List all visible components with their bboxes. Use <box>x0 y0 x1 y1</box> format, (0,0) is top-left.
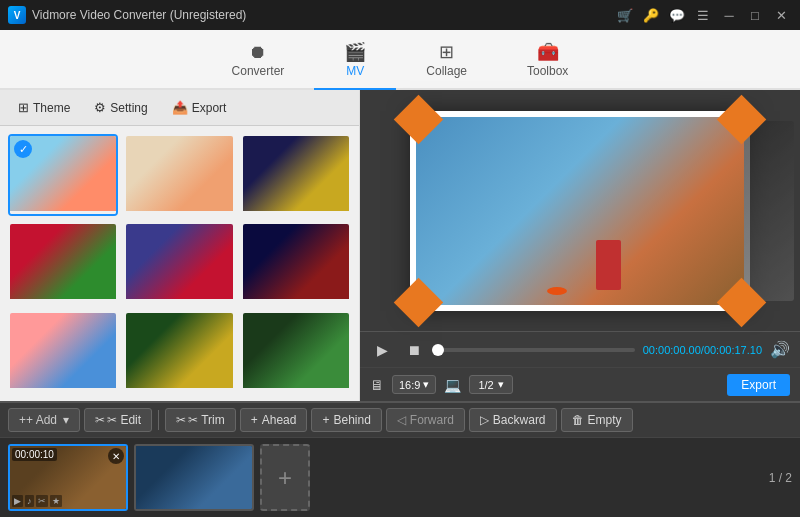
progress-handle[interactable] <box>432 344 444 356</box>
right-panel: ▶ ⏹ 00:00:00.00/00:00:17.10 🔊 🖥 16:9 ▾ 💻… <box>360 90 800 401</box>
theme-merry-label: Merry Christmas <box>10 299 116 304</box>
trim-button[interactable]: ✂ ✂ Trim <box>165 408 236 432</box>
aspect-ratio-value: 16:9 <box>399 379 420 391</box>
clip-1-video-icon: ▶ <box>12 495 23 507</box>
export-tab-label: Export <box>192 101 227 115</box>
add-dropdown-icon: ▾ <box>63 413 69 427</box>
theme-beautiful-christmas[interactable]: Beautiful Christmas <box>241 311 351 393</box>
ahead-button[interactable]: + Ahead <box>240 408 308 432</box>
sub-tab-export[interactable]: 📤 Export <box>162 96 237 119</box>
chat-icon[interactable]: 💬 <box>666 4 688 26</box>
theme-tab-label: Theme <box>33 101 70 115</box>
clip-2[interactable] <box>134 444 254 511</box>
setting-tab-label: Setting <box>110 101 147 115</box>
clip-strip: 00:00:10 ✕ ▶ ♪ ✂ ★ + 1 / 2 <box>0 437 800 517</box>
theme-simple[interactable]: Simple <box>124 134 234 216</box>
converter-icon: ⏺ <box>249 43 267 61</box>
theme-christmas-tree[interactable]: Christmas Tree <box>124 311 234 393</box>
monitor-icon: 🖥 <box>370 377 384 393</box>
clip-2-thumbnail <box>136 446 252 509</box>
export-button[interactable]: Export <box>727 374 790 396</box>
preview-area <box>360 90 800 331</box>
forward-icon: ◁ <box>397 413 406 427</box>
theme-current[interactable]: ✓ Current <box>8 134 118 216</box>
sub-tabs: ⊞ Theme ⚙ Setting 📤 Export <box>0 90 359 126</box>
theme-stripes-label: Stripes & Waves <box>10 388 116 393</box>
clip-1-audio-icon: ♪ <box>25 495 34 507</box>
clip-1-duration: 00:00:10 <box>12 448 57 461</box>
play-button[interactable]: ▶ <box>370 338 394 362</box>
bottom-toolbar: + + Add ▾ ✂ ✂ Edit ✂ ✂ Trim + Ahead + Be… <box>0 401 800 437</box>
behind-icon: + <box>322 413 329 427</box>
edit-button[interactable]: ✂ ✂ Edit <box>84 408 152 432</box>
close-button[interactable]: ✕ <box>770 4 792 26</box>
cart-icon[interactable]: 🛒 <box>614 4 636 26</box>
theme-santa-claus[interactable]: Santa Claus <box>124 222 234 304</box>
key-icon[interactable]: 🔑 <box>640 4 662 26</box>
add-label: + Add <box>26 413 57 427</box>
page-count: 1 / 2 <box>769 471 792 485</box>
toolbox-icon: 🧰 <box>537 43 559 61</box>
empty-label: Empty <box>588 413 622 427</box>
theme-current-label: Current <box>10 211 116 216</box>
trim-icon: ✂ <box>176 413 186 427</box>
behind-button[interactable]: + Behind <box>311 408 381 432</box>
aspect-ratio-select[interactable]: 16:9 ▾ <box>392 375 436 394</box>
aspect-controls: 🖥 16:9 ▾ 💻 1/2 ▾ Export <box>360 367 800 401</box>
menu-icon[interactable]: ☰ <box>692 4 714 26</box>
display-icon: 💻 <box>444 377 461 393</box>
clip-1-close[interactable]: ✕ <box>108 448 124 464</box>
add-button[interactable]: + + Add ▾ <box>8 408 80 432</box>
progress-bar[interactable] <box>434 348 635 352</box>
maximize-button[interactable]: □ <box>744 4 766 26</box>
tab-toolbox[interactable]: 🧰 Toolbox <box>497 35 598 90</box>
ahead-label: Ahead <box>262 413 297 427</box>
collage-label: Collage <box>426 64 467 78</box>
clip-1[interactable]: 00:00:10 ✕ ▶ ♪ ✂ ★ <box>8 444 128 511</box>
edit-label: ✂ Edit <box>107 413 141 427</box>
bottom-section: + + Add ▾ ✂ ✂ Edit ✂ ✂ Trim + Ahead + Be… <box>0 401 800 517</box>
playback-controls: ▶ ⏹ 00:00:00.00/00:00:17.10 🔊 <box>360 331 800 367</box>
theme-merry-christmas[interactable]: Merry Christmas <box>8 222 118 304</box>
theme-christmas-eve-label: Christmas Eve <box>243 211 349 216</box>
ahead-icon: + <box>251 413 258 427</box>
forward-button[interactable]: ◁ Forward <box>386 408 465 432</box>
theme-snowy-label: Snowy Night <box>243 299 349 304</box>
edit-icon: ✂ <box>95 413 105 427</box>
empty-button[interactable]: 🗑 Empty <box>561 408 633 432</box>
page-dropdown-icon: ▾ <box>498 378 504 391</box>
themes-grid: ✓ Current Simple Christmas Eve Merry Chr… <box>0 126 359 401</box>
collage-icon: ⊞ <box>439 43 454 61</box>
theme-snowy-night[interactable]: Snowy Night <box>241 222 351 304</box>
tab-converter[interactable]: ⏺ Converter <box>202 35 315 90</box>
sub-tab-theme[interactable]: ⊞ Theme <box>8 96 80 119</box>
trim-label: ✂ Trim <box>188 413 225 427</box>
page-value: 1/2 <box>478 379 493 391</box>
theme-simple-label: Simple <box>126 211 232 216</box>
trash-icon: 🗑 <box>572 413 584 427</box>
add-icon: + <box>19 413 26 427</box>
forward-label: Forward <box>410 413 454 427</box>
left-panel: ⊞ Theme ⚙ Setting 📤 Export ✓ Current <box>0 90 360 401</box>
clip-1-edit-icon: ✂ <box>36 495 48 507</box>
sub-tab-setting[interactable]: ⚙ Setting <box>84 96 157 119</box>
tab-mv[interactable]: 🎬 MV <box>314 35 396 90</box>
theme-selected-check: ✓ <box>14 140 32 158</box>
aspect-dropdown-icon: ▾ <box>423 378 429 391</box>
theme-icon: ⊞ <box>18 100 29 115</box>
titlebar-left: V Vidmore Video Converter (Unregistered) <box>8 6 246 24</box>
titlebar-right: 🛒 🔑 💬 ☰ ─ □ ✕ <box>614 4 792 26</box>
add-clip-button[interactable]: + <box>260 444 310 511</box>
titlebar: V Vidmore Video Converter (Unregistered)… <box>0 0 800 30</box>
theme-christmas-tree-label: Christmas Tree <box>126 388 232 393</box>
tab-collage[interactable]: ⊞ Collage <box>396 35 497 90</box>
content: ⊞ Theme ⚙ Setting 📤 Export ✓ Current <box>0 90 800 401</box>
minimize-button[interactable]: ─ <box>718 4 740 26</box>
stop-button[interactable]: ⏹ <box>402 338 426 362</box>
backward-icon: ▷ <box>480 413 489 427</box>
volume-icon[interactable]: 🔊 <box>770 340 790 359</box>
theme-christmas-eve[interactable]: Christmas Eve <box>241 134 351 216</box>
theme-stripes-waves[interactable]: Stripes & Waves <box>8 311 118 393</box>
backward-button[interactable]: ▷ Backward <box>469 408 557 432</box>
add-clip-icon: + <box>278 464 292 492</box>
